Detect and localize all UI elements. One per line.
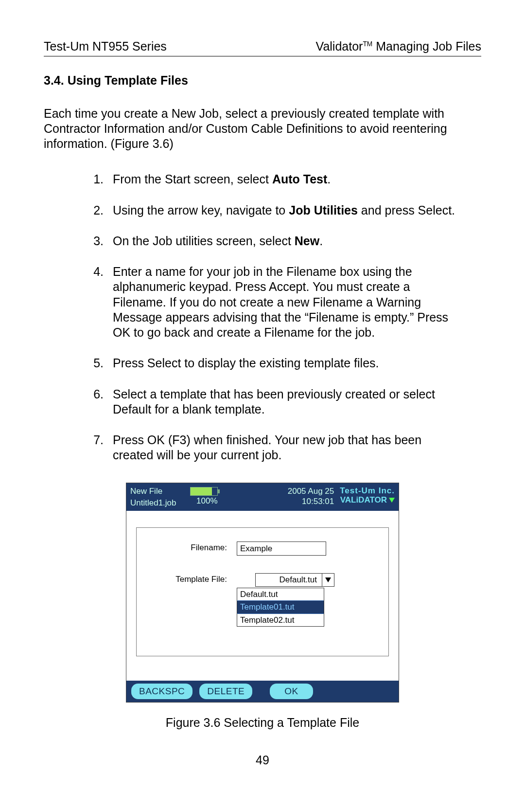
step-4: Enter a name for your job in the Filenam… — [107, 264, 462, 340]
section-title: 3.4. Using Template Files — [44, 73, 481, 88]
header-suffix: Managing Job Files — [372, 39, 481, 53]
template-select[interactable]: Default.tut — [255, 573, 334, 587]
filename-input[interactable]: Example — [237, 541, 326, 556]
step-7: Press OK (F3) when finished. Your new jo… — [107, 433, 462, 463]
device-time: 10:53:01 — [222, 496, 334, 506]
step-5: Press Select to display the existing tem… — [107, 356, 462, 371]
figure-caption: Figure 3.6 Selecting a Template File — [44, 715, 481, 730]
device-screenshot: New File Untitled1.job 100% 2005 Aug 25 … — [126, 483, 399, 703]
step-2: Using the arrow key, navigate to Job Uti… — [107, 203, 462, 218]
header-product: Validator — [316, 39, 363, 53]
device-jobfile: Untitled1.job — [130, 498, 176, 508]
chevron-down-icon — [325, 577, 331, 582]
battery-icon — [190, 487, 218, 496]
brand-company: Test-Um Inc. — [340, 486, 395, 496]
softkey-backspc[interactable]: BACKSPC — [131, 684, 192, 699]
template-option[interactable]: Default.tut — [237, 588, 324, 600]
step-text: and press Select. — [358, 203, 455, 217]
softkey-delete[interactable]: DELETE — [199, 684, 252, 699]
logo-triangle-icon — [389, 498, 395, 503]
step-text: Using the arrow key, navigate to — [113, 203, 289, 217]
device-header: New File Untitled1.job 100% 2005 Aug 25 … — [126, 483, 399, 511]
header-right: ValidatorTM Managing Job Files — [316, 39, 481, 54]
step-1: From the Start screen, select Auto Test. — [107, 172, 462, 187]
dropdown-button[interactable] — [322, 573, 334, 587]
battery-percent: 100% — [196, 496, 217, 506]
filename-label: Filename: — [144, 541, 237, 553]
steps-list: From the Start screen, select Auto Test.… — [44, 172, 462, 463]
softkey-bar: BACKSPC DELETE OK — [126, 681, 399, 702]
form-area: Filename: Example Template File: Default… — [136, 527, 389, 656]
step-text: On the Job utilities screen, select — [113, 234, 295, 248]
page-number: 49 — [44, 753, 481, 768]
step-bold: Job Utilities — [289, 203, 358, 217]
step-6: Select a template that has been previous… — [107, 387, 462, 417]
header-tm: TM — [363, 40, 372, 48]
step-bold: New — [295, 234, 319, 248]
header-left: Test-Um NT955 Series — [44, 39, 167, 54]
device-date: 2005 Aug 25 — [222, 486, 334, 496]
step-bold: Auto Test — [272, 172, 327, 186]
step-text: . — [327, 172, 331, 186]
step-3: On the Job utilities screen, select New. — [107, 234, 462, 249]
device-screen-title: New File — [130, 486, 176, 496]
step-text: From the Start screen, select — [113, 172, 272, 186]
template-select-value: Default.tut — [255, 573, 322, 587]
template-option-list: Default.tut Template01.tut Template02.tu… — [237, 588, 324, 627]
template-option[interactable]: Template02.tut — [237, 614, 324, 626]
step-text: . — [319, 234, 323, 248]
brand-product: VALiDATOR — [340, 495, 387, 505]
intro-paragraph: Each time you create a New Job, select a… — [44, 106, 481, 152]
template-option-selected[interactable]: Template01.tut — [237, 600, 324, 614]
device-body: Filename: Example Template File: Default… — [126, 511, 399, 681]
softkey-ok[interactable]: OK — [270, 684, 313, 699]
template-label: Template File: — [144, 573, 237, 584]
